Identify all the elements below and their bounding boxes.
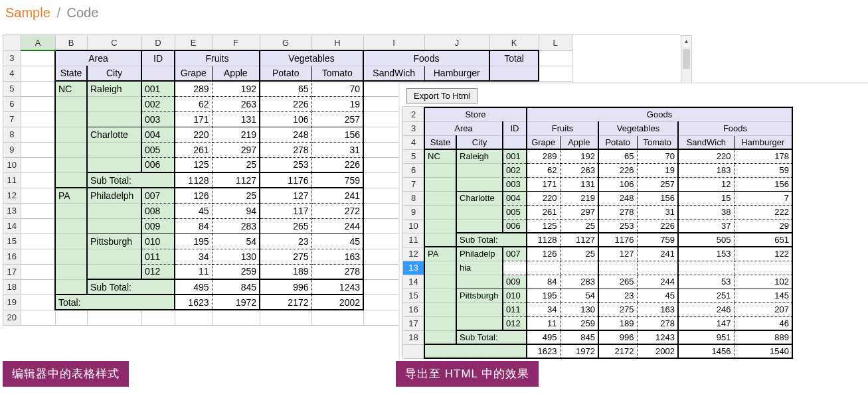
hdr-city[interactable]: City — [88, 66, 141, 81]
val[interactable]: 117 — [599, 261, 637, 275]
r-hdr-store[interactable]: Store — [425, 108, 526, 121]
r-hdr-foods[interactable]: Foods — [679, 122, 792, 135]
scroll-thumb[interactable] — [683, 49, 690, 69]
val[interactable]: 505 — [679, 233, 734, 246]
id-007[interactable]: 007 — [142, 188, 174, 203]
row-10[interactable]: 10 — [3, 157, 21, 172]
val[interactable]: 283 — [213, 219, 260, 233]
r-id-002[interactable]: 002 — [503, 164, 526, 177]
val[interactable]: 131 — [213, 112, 260, 127]
val[interactable]: 495 — [175, 280, 212, 294]
r-row-13[interactable]: 13 — [403, 261, 424, 275]
hdr-state[interactable]: State — [56, 66, 86, 81]
val[interactable]: 45 — [175, 204, 212, 218]
val[interactable]: 1540 — [735, 345, 792, 358]
r-city-pitt[interactable]: Pittsburgh — [457, 289, 502, 302]
val[interactable]: 126 — [175, 188, 212, 203]
row-12[interactable]: 12 — [3, 188, 21, 203]
val[interactable]: 263 — [561, 164, 598, 177]
r-hdr-tomato[interactable]: Tomato — [638, 136, 678, 149]
id-009[interactable]: 009 — [142, 219, 174, 233]
val[interactable]: 289 — [527, 150, 560, 163]
val[interactable]: 265 — [599, 275, 637, 289]
val[interactable]: 1176 — [260, 173, 311, 187]
r-hdr-city[interactable]: City — [457, 136, 502, 149]
val[interactable]: 19 — [638, 164, 678, 177]
val[interactable]: 127 — [599, 247, 637, 261]
val[interactable]: 192 — [561, 150, 598, 163]
hdr-fruits[interactable]: Fruits — [175, 51, 259, 66]
val[interactable]: 220 — [679, 150, 734, 163]
val[interactable]: 46 — [735, 317, 792, 330]
val[interactable]: 248 — [260, 127, 311, 142]
r-row-6[interactable]: 6 — [403, 163, 424, 177]
r-sub2[interactable]: Sub Total: — [457, 331, 526, 344]
val[interactable]: 130 — [561, 303, 598, 316]
val[interactable]: 265 — [260, 219, 311, 233]
val[interactable]: 220 — [175, 127, 212, 142]
val[interactable]: 297 — [213, 143, 260, 157]
val[interactable]: 244 — [312, 219, 363, 233]
val[interactable]: 59 — [735, 164, 792, 177]
val[interactable]: 156 — [638, 192, 678, 205]
row-19[interactable]: 19 — [3, 295, 21, 310]
val[interactable]: 289 — [175, 82, 212, 96]
r-row-8[interactable]: 8 — [403, 191, 424, 205]
val[interactable]: 257 — [638, 178, 678, 191]
val[interactable]: 845 — [561, 331, 598, 344]
val[interactable]: 23 — [260, 234, 311, 249]
r-id-003[interactable]: 003 — [503, 178, 526, 191]
row-17[interactable]: 17 — [3, 264, 21, 279]
val[interactable]: 153 — [679, 247, 734, 261]
val[interactable]: 171 — [527, 178, 560, 191]
val[interactable]: 7 — [735, 192, 792, 205]
r-row-17[interactable]: 17 — [403, 316, 424, 330]
r-id-006[interactable]: 006 — [503, 220, 526, 233]
val[interactable]: 1456 — [679, 345, 734, 358]
val[interactable]: 25 — [213, 158, 260, 172]
r-row-19[interactable] — [403, 344, 424, 358]
val[interactable]: 226 — [260, 97, 311, 111]
val[interactable]: 125 — [175, 158, 212, 172]
r-hdr-state[interactable]: State — [425, 136, 456, 149]
val[interactable]: 127 — [260, 188, 311, 203]
val[interactable]: 495 — [527, 331, 560, 344]
r-row-7[interactable]: 7 — [403, 177, 424, 191]
row-11[interactable]: 11 — [3, 172, 21, 188]
row-8[interactable]: 8 — [3, 127, 21, 142]
val[interactable]: 94 — [561, 261, 598, 275]
r-hdr-apple[interactable]: Apple — [561, 136, 598, 149]
hdr-apple[interactable]: Apple — [213, 66, 260, 81]
row-5[interactable]: 5 — [3, 81, 21, 96]
col-J[interactable]: J — [424, 35, 489, 50]
val[interactable]: 261 — [527, 206, 560, 219]
val[interactable]: 2002 — [312, 295, 363, 309]
breadcrumb-code[interactable]: Code — [67, 5, 99, 20]
hdr-veg[interactable]: Vegetables — [260, 51, 363, 66]
val[interactable]: 189 — [599, 317, 637, 330]
id-005[interactable]: 005 — [142, 143, 174, 157]
val[interactable]: 253 — [260, 158, 311, 172]
hdr-grape[interactable]: Grape — [175, 66, 212, 81]
val[interactable]: 38 — [679, 206, 734, 219]
val[interactable]: 275 — [260, 249, 311, 264]
val[interactable]: 11 — [527, 317, 560, 330]
r-id-012[interactable]: 012 — [503, 317, 526, 330]
val[interactable]: 31 — [312, 143, 363, 157]
val[interactable]: 192 — [213, 82, 260, 96]
r-row-4[interactable]: 4 — [403, 135, 424, 149]
val[interactable]: 101 — [679, 261, 734, 275]
r-hdr-id[interactable]: ID — [503, 122, 526, 135]
val[interactable]: 272 — [638, 261, 678, 275]
r-hdr-area[interactable]: Area — [425, 122, 502, 135]
val[interactable]: 278 — [260, 143, 311, 157]
val[interactable]: 195 — [527, 289, 560, 302]
val[interactable]: 257 — [312, 112, 363, 127]
val[interactable]: 226 — [638, 220, 678, 233]
col-B[interactable]: B — [55, 35, 87, 50]
val[interactable]: 65 — [260, 82, 311, 96]
col-E[interactable]: E — [175, 35, 212, 50]
r-city-phil2[interactable]: hia — [457, 261, 502, 275]
val[interactable]: 2172 — [260, 295, 311, 309]
val[interactable]: 253 — [599, 220, 637, 233]
